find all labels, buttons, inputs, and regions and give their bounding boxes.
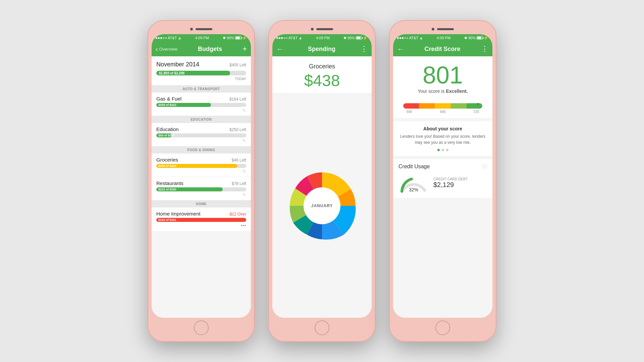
- carrier-label: AT&T: [409, 36, 418, 40]
- credit-card-debt-amount: $2,129: [433, 181, 468, 189]
- phone-spending: AT&T ▲ 4:09 PM ✱ 90% ⚡ ← Spending ⋮ Groc…: [268, 20, 376, 342]
- status-bar: AT&T ▲ 4:09 PM ✱ 90% ⚡: [272, 34, 372, 42]
- lightning-icon: ⚡: [363, 36, 368, 40]
- usage-gauge: 32%: [398, 173, 429, 193]
- budget-item-left: $78 Left: [232, 181, 246, 186]
- add-button[interactable]: +: [243, 45, 247, 53]
- home-button[interactable]: [315, 320, 329, 335]
- budget-bar-text: $259 of $423: [158, 103, 176, 107]
- time-label: 4:09 PM: [316, 36, 330, 40]
- front-camera-icon: [432, 28, 434, 31]
- spending-category: Groceries: [276, 63, 368, 70]
- menu-button[interactable]: ⋮: [360, 45, 368, 53]
- signal-dot-4: [283, 37, 285, 39]
- signal-dot-1: [397, 37, 399, 39]
- menu-button[interactable]: ⋮: [481, 45, 488, 53]
- info-icon[interactable]: ⓘ: [482, 164, 487, 170]
- signal-dot-5: [165, 37, 167, 39]
- credit-scale: 590 640 720: [403, 110, 482, 114]
- credit-score-number: 801: [400, 63, 486, 87]
- bluetooth-icon: ✱: [464, 36, 467, 40]
- section-header-education: EDUCATION: [152, 116, 251, 123]
- more-icon[interactable]: •••: [240, 223, 246, 229]
- today-badge: TODAY: [156, 76, 246, 82]
- budget-item-name: Groceries: [156, 157, 178, 163]
- edit-icon[interactable]: ✎: [242, 192, 246, 197]
- page-title: Credit Score: [424, 46, 460, 53]
- time-label: 4:09 PM: [195, 36, 209, 40]
- scale-640: 640: [440, 110, 446, 114]
- battery-percent: 90%: [227, 36, 234, 40]
- about-score-title: About your score: [398, 126, 487, 131]
- budget-item-name: Restaurants: [156, 180, 183, 186]
- budget-education[interactable]: Education $250 Left $50 of $300 ✎: [152, 123, 251, 146]
- lightning-icon: ⚡: [484, 36, 488, 40]
- back-arrow-icon[interactable]: ‹: [156, 45, 158, 53]
- time-label: 4:09 PM: [437, 36, 450, 40]
- credit-screen: 801 Your score is Excellent.: [393, 56, 492, 318]
- home-button[interactable]: [435, 320, 450, 335]
- credit-usage-section: Credit Usage ⓘ 32%: [393, 159, 492, 198]
- budget-item-left: $46 Left: [232, 158, 246, 163]
- section-header-home: HOME: [152, 200, 251, 207]
- nav-bar: ← Credit Score ⋮: [393, 42, 492, 56]
- section-header-food: FOOD & DINING: [152, 146, 251, 154]
- edit-icon[interactable]: ✎: [242, 108, 246, 113]
- spending-screen: Groceries $438: [272, 56, 372, 318]
- budget-home-improvement[interactable]: Home Improvement -$12 Over $163 of $151 …: [152, 207, 251, 232]
- budget-left: $405 Left: [229, 63, 246, 67]
- signal-dot-5: [286, 37, 287, 39]
- signal-dot-2: [158, 37, 160, 39]
- gauge-verygood: [451, 103, 467, 109]
- usage-percentage: 32%: [409, 187, 418, 192]
- budget-bar-text: $50 of $300: [158, 134, 175, 137]
- wifi-icon: ▲: [178, 36, 181, 40]
- scale-720: 720: [473, 110, 479, 114]
- page-title: Spending: [308, 46, 335, 53]
- budget-item-name: Gas & Fuel: [156, 96, 181, 102]
- credit-score-label: Your score is Excellent.: [400, 88, 486, 94]
- carrier-label: AT&T: [168, 36, 177, 40]
- battery-icon: [477, 36, 483, 40]
- back-label[interactable]: Overview: [159, 47, 177, 52]
- signal-dot-1: [276, 37, 278, 39]
- budgets-screen: November 2014 $405 Left $1,893 of $2,298…: [152, 56, 251, 318]
- bluetooth-icon: ✱: [223, 36, 226, 40]
- section-header-auto: AUTO & TRANSPORT: [152, 85, 251, 93]
- home-button[interactable]: [194, 320, 209, 335]
- speaker-icon: [437, 28, 454, 30]
- budget-item-left: $250 Left: [229, 127, 246, 132]
- budget-gas-fuel[interactable]: Gas & Fuel $164 Left $259 of $423 ✎: [152, 93, 251, 116]
- status-bar: AT&T ▲ 4:09 PM ✱ 90% ⚡: [152, 34, 251, 42]
- main-budget-item: November 2014 $405 Left $1,893 of $2,298…: [152, 56, 251, 85]
- pagination-dots: [398, 149, 487, 151]
- edit-icon[interactable]: ✎: [242, 138, 246, 143]
- pagination-dot-1[interactable]: [437, 149, 440, 151]
- battery-icon: [235, 36, 241, 40]
- budget-bar-text: $163 of $151: [158, 218, 176, 222]
- about-score-text: Lenders love you! Based on your score, l…: [398, 133, 487, 145]
- budget-month: November 2014: [156, 61, 199, 68]
- back-arrow-icon[interactable]: ←: [397, 45, 404, 53]
- main-budget-bar-text: $1,893 of $2,298: [159, 71, 184, 75]
- pagination-dot-2[interactable]: [442, 149, 444, 151]
- credit-usage-content: 32% CREDIT CARD DEBT $2,129: [398, 173, 487, 193]
- back-arrow-icon[interactable]: ←: [276, 45, 283, 53]
- signal-dot-3: [160, 37, 162, 39]
- gauge-excellent: [467, 103, 482, 109]
- gauge-good: [435, 103, 450, 109]
- chart-center-label: JANUARY: [311, 203, 333, 208]
- edit-icon[interactable]: ✎: [242, 169, 246, 174]
- budget-item-left: $164 Left: [229, 97, 246, 102]
- carrier-label: AT&T: [288, 36, 298, 40]
- scale-590: 590: [407, 110, 412, 114]
- budget-groceries[interactable]: Groceries $46 Left $438 of $484 ✎: [152, 154, 251, 177]
- pagination-dot-3[interactable]: [446, 149, 448, 151]
- credit-gauge: [403, 103, 482, 109]
- lightning-icon: ⚡: [242, 36, 247, 40]
- wifi-icon: ▲: [419, 36, 423, 40]
- credit-debt-info: CREDIT CARD DEBT $2,129: [433, 177, 468, 189]
- credit-card-debt-label: CREDIT CARD DEBT: [433, 177, 468, 181]
- budget-restaurants[interactable]: Restaurants $78 Left $222 of $300 ✎: [152, 177, 251, 200]
- spending-header: Groceries $438: [272, 56, 372, 94]
